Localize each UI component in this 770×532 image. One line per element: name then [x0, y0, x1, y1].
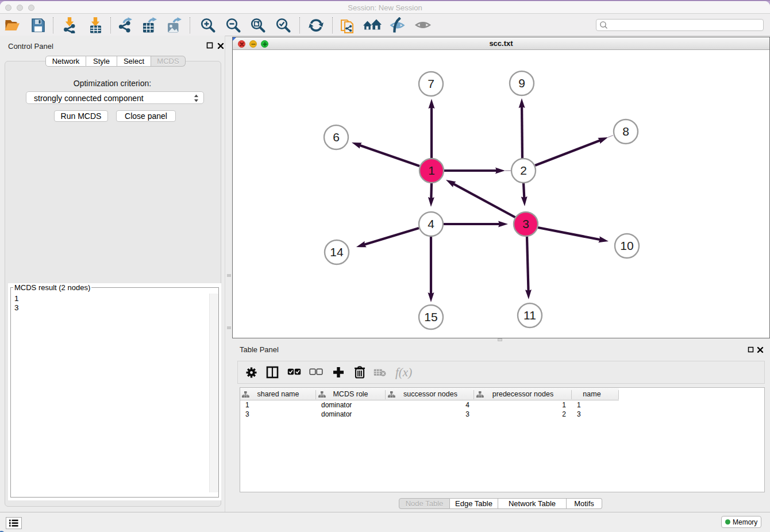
svg-text:2: 2	[520, 164, 527, 177]
svg-text:11: 11	[523, 309, 536, 322]
svg-text:6: 6	[333, 130, 340, 144]
svg-text:10: 10	[620, 239, 633, 252]
svg-text:14: 14	[330, 245, 344, 259]
svg-text:8: 8	[622, 125, 629, 138]
svg-text:3: 3	[522, 217, 529, 230]
svg-text:15: 15	[424, 310, 437, 323]
svg-text:1: 1	[428, 164, 435, 177]
svg-text:9: 9	[518, 76, 525, 90]
svg-text:7: 7	[428, 77, 434, 90]
svg-text:4: 4	[428, 217, 434, 230]
